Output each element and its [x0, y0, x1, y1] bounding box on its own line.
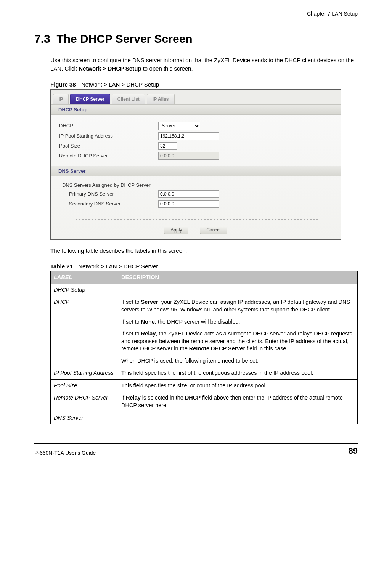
- button-row: Apply Cancel: [51, 223, 341, 239]
- dns-assigned-heading: DNS Servers Assigned by DHCP Server: [62, 182, 332, 188]
- figure-caption: Figure 38 Network > LAN > DHCP Setup: [50, 81, 358, 88]
- table-caption-text: Network > LAN > DHCP Server: [78, 263, 158, 270]
- label-dhcp: DHCP: [59, 123, 158, 128]
- row-dhcp: DHCP Server: [59, 122, 332, 130]
- table-row-remote-dhcp: Remote DHCP Server If Relay is selected …: [51, 392, 358, 412]
- panel-title-dhcp-setup: DHCP Setup: [51, 104, 341, 115]
- footer-guide-name: P-660N-T1A User's Guide: [34, 450, 96, 456]
- tab-ip[interactable]: IP: [53, 94, 69, 104]
- intro-paragraph: Use this screen to configure the DNS ser…: [50, 56, 358, 73]
- table-header-row: LABEL DESCRIPTION: [51, 271, 358, 284]
- dns-server-panel: DNS Servers Assigned by DHCP Server Prim…: [51, 176, 341, 214]
- row-ip-pool: IP Pool Starting Address: [59, 132, 332, 140]
- tab-client-list[interactable]: Client List: [112, 94, 145, 104]
- input-ip-pool-start[interactable]: [158, 132, 219, 140]
- th-description: DESCRIPTION: [118, 271, 358, 284]
- description-table: LABEL DESCRIPTION DHCP Setup DHCP If set…: [50, 271, 358, 424]
- row-primary-dns: Primary DNS Server: [59, 190, 332, 198]
- cell-desc-pool-size: This field specifies the size, or count …: [118, 379, 358, 392]
- row-pool-size: Pool Size: [59, 142, 332, 150]
- apply-button[interactable]: Apply: [164, 226, 188, 234]
- cell-desc-remote-dhcp: If Relay is selected in the DHCP field a…: [118, 392, 358, 412]
- input-remote-dhcp[interactable]: [158, 152, 219, 160]
- tab-ip-alias[interactable]: IP Alias: [147, 94, 175, 104]
- table-section-dhcp-setup: DHCP Setup: [51, 284, 358, 296]
- input-primary-dns[interactable]: [158, 190, 219, 198]
- input-secondary-dns[interactable]: [158, 200, 219, 208]
- dhcp-server-screenshot: IP DHCP Server Client List IP Alias DHCP…: [50, 89, 341, 240]
- row-remote-dhcp: Remote DHCP Server: [59, 152, 332, 160]
- cell-desc-ip-pool: This field specifies the first of the co…: [118, 367, 358, 380]
- cell-label-dhcp: DHCP: [51, 296, 118, 367]
- cell-label-pool-size: Pool Size: [51, 379, 118, 392]
- cell-desc-dhcp: If set to Server, your ZyXEL Device can …: [118, 296, 358, 367]
- section-name: The DHCP Server Screen: [56, 32, 192, 45]
- footer-page-number: 89: [349, 446, 358, 456]
- page-footer: P-660N-T1A User's Guide 89: [34, 443, 358, 456]
- row-secondary-dns: Secondary DNS Server: [59, 200, 332, 208]
- label-pool-size: Pool Size: [59, 143, 158, 149]
- mid-paragraph: The following table describes the labels…: [50, 247, 358, 255]
- cell-label-ip-pool: IP Pool Starting Address: [51, 367, 118, 380]
- table-row-pool-size: Pool Size This field specifies the size,…: [51, 379, 358, 392]
- separator: [74, 219, 318, 220]
- tab-dhcp-server[interactable]: DHCP Server: [70, 94, 110, 104]
- tab-bar: IP DHCP Server Client List IP Alias: [51, 90, 341, 104]
- cancel-button[interactable]: Cancel: [200, 226, 227, 234]
- section-dhcp-setup: DHCP Setup: [51, 284, 358, 296]
- section-dns-server: DNS Server: [51, 412, 358, 424]
- figure-caption-text: Network > LAN > DHCP Setup: [81, 81, 159, 88]
- dhcp-setup-panel: DHCP Server IP Pool Starting Address Poo…: [51, 115, 341, 166]
- label-ip-pool: IP Pool Starting Address: [59, 133, 158, 139]
- select-dhcp-mode[interactable]: Server: [158, 122, 200, 130]
- th-label: LABEL: [51, 271, 118, 284]
- chapter-header: Chapter 7 LAN Setup: [34, 11, 358, 19]
- input-pool-size[interactable]: [158, 142, 177, 150]
- label-primary-dns: Primary DNS Server: [69, 191, 158, 197]
- table-row-dhcp: DHCP If set to Server, your ZyXEL Device…: [51, 296, 358, 367]
- table-section-dns-server: DNS Server: [51, 412, 358, 424]
- intro-text-2: to open this screen.: [141, 65, 193, 72]
- table-caption: Table 21 Network > LAN > DHCP Server: [50, 263, 358, 270]
- section-number: 7.3: [34, 32, 50, 45]
- label-remote-dhcp: Remote DHCP Server: [59, 153, 158, 159]
- table-label: Table 21: [50, 263, 73, 270]
- label-secondary-dns: Secondary DNS Server: [69, 201, 158, 207]
- table-row-ip-pool: IP Pool Starting Address This field spec…: [51, 367, 358, 380]
- section-title: 7.3 The DHCP Server Screen: [34, 32, 358, 45]
- intro-nav-path: Network > DHCP Setup: [79, 65, 141, 72]
- cell-label-remote-dhcp: Remote DHCP Server: [51, 392, 118, 412]
- panel-title-dns-server: DNS Server: [51, 166, 341, 176]
- figure-label: Figure 38: [50, 81, 76, 88]
